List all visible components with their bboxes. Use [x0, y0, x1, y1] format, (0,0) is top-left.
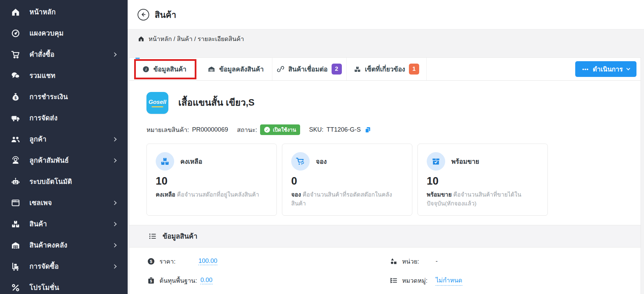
product-details-grid: $ ราคา: 100.00 หน่วย: - $ ต้นทุนพื้นฐาน:…: [129, 248, 641, 294]
product-number-value: PR00000069: [192, 126, 228, 133]
sidebar-item-label: โปรโมชั่น: [29, 282, 59, 293]
handtruck-icon: [11, 262, 20, 271]
page-title: สินค้า: [155, 8, 176, 22]
sidebar: หน้าหลัก แผงควบคุม คำสั่งซื้อ รวมแชท $ ก…: [0, 0, 128, 294]
money-bag-icon: $: [11, 92, 20, 102]
sidebar-item-customers[interactable]: ลูกค้า: [0, 129, 128, 150]
sidebar-item-label: ลูกค้าสัมพันธ์: [29, 155, 69, 166]
sidebar-item-label: สินค้าคงคลัง: [29, 240, 67, 251]
tab-bar-spacer: [427, 58, 575, 80]
warehouse-icon: [11, 241, 20, 250]
sidebar-item-promotions[interactable]: โปรโมชั่น: [0, 277, 128, 294]
stat-description: คงเหลือ คือจำนวนสต๊อกที่อยู่ในคลังสินค้า: [156, 190, 268, 199]
section-title: ข้อมูลสินค้า: [163, 231, 197, 242]
detail-row-unit: หน่วย: -: [390, 252, 641, 271]
product-number-label: หมายเลขสินค้า:: [146, 125, 189, 135]
breadcrumb[interactable]: หน้าหลัก / สินค้า / รายละเอียดสินค้า: [128, 29, 644, 48]
stat-value: 0: [291, 175, 403, 187]
sidebar-item-inventory[interactable]: สินค้าคงคลัง: [0, 235, 128, 256]
sidebar-item-shipping[interactable]: การจัดส่ง: [0, 107, 128, 129]
browser-icon: [11, 198, 20, 208]
sidebar-item-purchasing[interactable]: การจัดซื้อ: [0, 256, 128, 277]
sidebar-item-crm[interactable]: ลูกค้าสัมพันธ์: [0, 150, 128, 171]
stat-label: จอง: [316, 156, 327, 166]
sidebar-item-salespage[interactable]: เซลเพจ: [0, 192, 128, 213]
sidebar-item-products[interactable]: สินค้า: [0, 213, 128, 235]
chevron-right-icon: [112, 52, 117, 57]
ellipsis-icon: •••: [582, 66, 589, 72]
product-status: สถานะ: ✓ เปิดใช้งาน: [237, 124, 300, 135]
home-icon: [11, 8, 20, 17]
arrow-left-icon: [140, 11, 147, 18]
sku-label: SKU:: [309, 126, 323, 133]
stat-card-reserved: จอง 0 จอง คือจำนวนสินค้าที่รอตัดสต๊อกในค…: [282, 144, 412, 216]
section-header-product-info: ข้อมูลสินค้า: [129, 225, 641, 248]
sidebar-item-label: การชำระเงิน: [29, 91, 68, 102]
back-button[interactable]: [138, 9, 149, 21]
sidebar-item-payments[interactable]: $ การชำระเงิน: [0, 86, 128, 107]
sku-value: TT1206-G-S: [326, 126, 361, 133]
gauge-icon: [11, 29, 20, 38]
tab-connected-products[interactable]: สินค้าเชื่อมต่อ 2: [272, 58, 347, 80]
sidebar-item-label: สินค้า: [29, 218, 47, 229]
actions-dropdown-button[interactable]: ••• ดำเนินการ: [575, 61, 636, 77]
detail-label: หมวดหมู่:: [402, 276, 432, 285]
detail-label: ต้นทุนพื้นฐาน:: [159, 276, 197, 285]
sidebar-item-label: หน้าหลัก: [29, 6, 56, 17]
sidebar-item-dashboard[interactable]: แผงควบคุม: [0, 23, 128, 44]
category-value-link[interactable]: ไม่กำหนด: [436, 275, 462, 286]
detail-row-type: ประเภท: สินค้ามาตรฐาน: [147, 290, 390, 294]
list-icon: [149, 232, 157, 240]
svg-text:$: $: [150, 259, 152, 264]
sidebar-item-orders[interactable]: คำสั่งซื้อ: [0, 44, 128, 65]
svg-text:$: $: [150, 279, 152, 283]
stats-row: คงเหลือ 10 คงเหลือ คือจำนวนสต๊อกที่อยู่ใ…: [146, 144, 548, 216]
stat-label: คงเหลือ: [180, 156, 202, 166]
support-icon: [11, 156, 20, 165]
shapes-icon: [390, 257, 398, 265]
users-icon: [11, 135, 20, 144]
sidebar-item-label: ลูกค้า: [29, 134, 47, 145]
sidebar-item-automation[interactable]: ระบบอัตโนมัติ: [0, 171, 128, 192]
price-value-link[interactable]: 100.00: [198, 257, 217, 265]
check-icon: ✓: [264, 127, 270, 133]
stat-label: พร้อมขาย: [451, 156, 479, 166]
svg-text:$: $: [15, 96, 17, 100]
sidebar-item-chats[interactable]: รวมแชท: [0, 65, 128, 86]
stat-value: 10: [427, 175, 539, 187]
base-cost-value-link[interactable]: 0.00: [201, 277, 212, 284]
detail-label: ราคา:: [159, 256, 195, 266]
sidebar-item-home[interactable]: หน้าหลัก: [0, 1, 128, 23]
sidebar-item-label: การจัดซื้อ: [29, 261, 59, 272]
page-header: สินค้า: [128, 0, 644, 29]
product-name: เสื้อแขนสั้น เขียว,S: [178, 95, 255, 110]
tab-warehouse-info[interactable]: ข้อมูลคลังสินค้า: [199, 58, 272, 80]
stat-description: จอง คือจำนวนสินค้าที่รอตัดสต๊อกในคลังสิน…: [291, 190, 403, 209]
sidebar-item-label: ระบบอัตโนมัติ: [29, 176, 72, 187]
stat-card-stock: คงเหลือ 10 คงเหลือ คือจำนวนสต๊อกที่อยู่ใ…: [146, 144, 277, 216]
tab-product-info[interactable]: i ข้อมูลสินค้า: [129, 58, 199, 80]
cart-icon: [11, 50, 20, 59]
robot-icon: [11, 177, 20, 186]
tab-label: ข้อมูลสินค้า: [153, 64, 186, 74]
percent-icon: [11, 283, 20, 292]
product-image: Gosell: [146, 92, 168, 114]
tab-related-sets[interactable]: เซ็ตที่เกี่ยวข้อง 1: [347, 58, 427, 80]
logo-underline: [152, 106, 163, 107]
stock-boxes-icon: [156, 152, 174, 171]
unit-value: -: [436, 258, 438, 265]
sidebar-item-label: คำสั่งซื้อ: [29, 49, 54, 60]
info-icon: i: [142, 66, 150, 73]
truck-icon: [11, 113, 20, 123]
chevron-right-icon: [112, 201, 117, 205]
main-content: สินค้า หน้าหลัก / สินค้า / รายละเอียดสิน…: [128, 0, 644, 294]
tab-label: ข้อมูลคลังสินค้า: [219, 64, 263, 74]
money-box-icon: $: [147, 277, 155, 284]
copy-icon[interactable]: [364, 126, 371, 133]
box-check-icon: [427, 152, 445, 171]
link-icon: [277, 65, 284, 73]
status-badge: ✓ เปิดใช้งาน: [260, 124, 300, 135]
actions-button-label: ดำเนินการ: [593, 64, 623, 74]
chevron-down-icon: [626, 66, 630, 70]
category-list-icon: [390, 277, 398, 284]
